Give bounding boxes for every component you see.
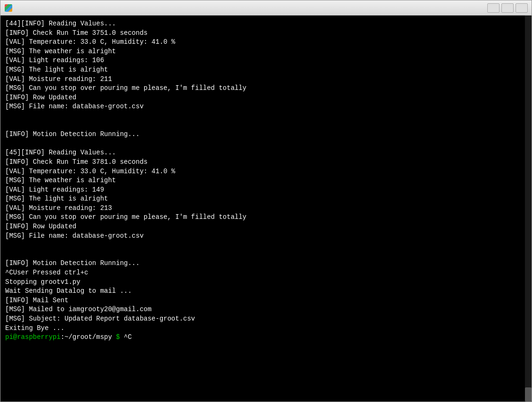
terminal-line: [INFO] Motion Detection Running...	[5, 130, 527, 139]
terminal-line: [MSG] Subject: Updated Report database-g…	[5, 314, 527, 324]
terminal-line: [INFO] Check Run Time 3751.0 seconds	[5, 29, 527, 38]
terminal-line: [VAL] Light readings: 149	[5, 185, 527, 195]
terminal-line: [INFO] Check Run Time 3781.0 seconds	[5, 158, 527, 167]
terminal-line: [MSG] File name: database-groot.csv	[5, 232, 527, 241]
terminal-line: [MSG] The light is alright	[5, 65, 527, 75]
minimize-button[interactable]	[487, 3, 500, 13]
terminal-line: [45][INFO] Reading Values...	[5, 148, 527, 158]
window-controls	[487, 3, 528, 13]
terminal-line: [VAL] Moisture reading: 211	[5, 75, 527, 84]
terminal-line: [VAL] Moisture reading: 213	[5, 204, 527, 213]
terminal-body[interactable]: [44][INFO] Reading Values...[INFO] Check…	[0, 16, 532, 402]
terminal-line: [44][INFO] Reading Values...	[5, 19, 527, 29]
terminal-line: Wait Sending Datalog to mail ...	[5, 287, 527, 296]
scrollbar-thumb[interactable]	[525, 387, 532, 402]
terminal-line: [MSG] The weather is alright	[5, 47, 527, 56]
terminal-line: Exiting Bye ...	[5, 324, 527, 333]
terminal-line: [INFO] Motion Detection Running...	[5, 259, 527, 268]
prompt-cmd: ^C	[124, 333, 132, 341]
terminal-line: [VAL] Light readings: 106	[5, 56, 527, 65]
title-bar	[0, 0, 532, 16]
terminal-line: [INFO] Row Updated	[5, 93, 527, 103]
terminal-line: [INFO] Mail Sent	[5, 296, 527, 306]
terminal-output: [44][INFO] Reading Values...[INFO] Check…	[5, 19, 527, 398]
terminal-line: [MSG] The light is alright	[5, 194, 527, 204]
terminal-line: [MSG] Mailed to iamgrooty20@gmail.com	[5, 305, 527, 314]
terminal-line: Stopping grootv1.py	[5, 278, 527, 287]
terminal-window: [44][INFO] Reading Values...[INFO] Check…	[0, 0, 532, 402]
terminal-line: [MSG] The weather is alright	[5, 176, 527, 185]
maximize-button[interactable]	[501, 3, 514, 13]
terminal-line: [MSG] Can you stop over pouring me pleas…	[5, 213, 527, 222]
prompt-path: :~/groot/mspy	[61, 333, 112, 341]
terminal-line: ^CUser Pressed ctrl+c	[5, 268, 527, 278]
prompt-line: pi@raspberrypi:~/groot/mspy $ ^C	[5, 333, 527, 342]
app-icon	[4, 4, 13, 12]
terminal-line: [MSG] Can you stop over pouring me pleas…	[5, 84, 527, 93]
terminal-line: [MSG] File name: database-groot.csv	[5, 102, 527, 112]
terminal-line: [VAL] Temperature: 33.0 C, Humidity: 41.…	[5, 38, 527, 47]
prompt-user: pi@raspberrypi	[5, 333, 61, 341]
scrollbar[interactable]	[525, 16, 532, 402]
prompt-dollar: $	[112, 333, 124, 341]
terminal-line: [INFO] Row Updated	[5, 222, 527, 232]
close-button[interactable]	[516, 3, 528, 13]
terminal-line: [VAL] Temperature: 33.0 C, Humidity: 41.…	[5, 167, 527, 177]
